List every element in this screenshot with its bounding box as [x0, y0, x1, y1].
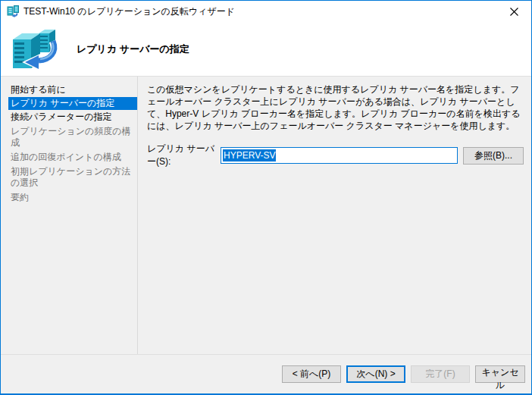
browse-button[interactable]: 参照(B)...: [463, 147, 524, 165]
sidebar-item-initial-replication-method: 初期レプリケーションの方法の選択: [1, 165, 137, 190]
page-description: この仮想マシンをレプリケートするときに使用するレプリカ サーバー名を指定します。…: [147, 83, 524, 132]
close-icon: [510, 8, 518, 16]
wizard-page-content: この仮想マシンをレプリケートするときに使用するレプリカ サーバー名を指定します。…: [138, 77, 531, 354]
wizard-header: レプリカ サーバーの指定: [1, 22, 531, 77]
sidebar-item-specify-replica-server[interactable]: レプリカ サーバーの指定: [8, 97, 137, 110]
wizard-button-bar: < 前へ(P) 次へ(N) > 完了(F) キャンセル: [1, 355, 531, 393]
close-button[interactable]: [496, 1, 531, 22]
sidebar-item-replication-frequency: レプリケーションの頻度の構成: [1, 124, 137, 150]
cancel-button[interactable]: キャンセル: [475, 365, 525, 383]
replication-servers-icon: [11, 27, 60, 71]
sidebar-item-additional-recovery-points: 追加の回復ポイントの構成: [1, 150, 137, 165]
replica-server-input[interactable]: HYPERV-SV: [221, 147, 458, 164]
replica-server-label: レプリカ サーバー(S):: [147, 143, 221, 168]
replica-wizard-app-icon: [7, 5, 19, 17]
sidebar-item-summary: 要約: [1, 190, 137, 205]
replica-server-value-selected: HYPERV-SV: [223, 149, 276, 161]
back-button[interactable]: < 前へ(P): [282, 365, 341, 383]
replica-server-field-row: レプリカ サーバー(S): HYPERV-SV 参照(B)...: [147, 143, 524, 168]
sidebar-item-before-you-begin[interactable]: 開始する前に: [1, 83, 137, 97]
window-title: TEST-Win10 のレプリケーションの反転ウィザード: [23, 5, 496, 18]
next-button[interactable]: 次へ(N) >: [346, 365, 405, 383]
sidebar-item-connection-parameters[interactable]: 接続パラメーターの指定: [1, 110, 137, 124]
wizard-body: 開始する前に レプリカ サーバーの指定 接続パラメーターの指定 レプリケーション…: [1, 77, 531, 354]
wizard-steps-sidebar: 開始する前に レプリカ サーバーの指定 接続パラメーターの指定 レプリケーション…: [1, 77, 138, 354]
page-title: レプリカ サーバーの指定: [77, 42, 189, 56]
title-bar: TEST-Win10 のレプリケーションの反転ウィザード: [1, 1, 531, 22]
finish-button: 完了(F): [411, 365, 470, 383]
wizard-window: TEST-Win10 のレプリケーションの反転ウィザード: [0, 0, 532, 395]
